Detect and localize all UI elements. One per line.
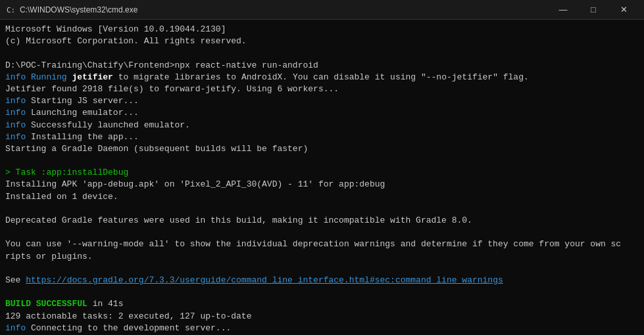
terminal-body[interactable]: Microsoft Windows [Version 10.0.19044.21…	[0, 20, 644, 335]
line-12	[5, 155, 639, 167]
line-13: > Task :app:installDebug	[5, 167, 639, 179]
line-2: (c) Microsoft Corporation. All rights re…	[5, 35, 639, 47]
cmd-window: C:\ C:\WINDOWS\system32\cmd.exe — □ ✕ Mi…	[0, 0, 644, 335]
close-button[interactable]: ✕	[608, 0, 639, 20]
title-bar: C:\ C:\WINDOWS\system32\cmd.exe — □ ✕	[0, 0, 644, 20]
line-25: 129 actionable tasks: 2 executed, 127 up…	[5, 311, 639, 323]
line-23	[5, 286, 639, 298]
line-7: info Starting JS server...	[5, 95, 639, 107]
line-1: Microsoft Windows [Version 10.0.19044.21…	[5, 24, 639, 35]
line-15: Installed on 1 device.	[5, 191, 639, 203]
window-controls: — □ ✕	[548, 0, 639, 20]
line-5: info Running jetifier to migrate librari…	[5, 72, 639, 83]
line-4: D:\POC-Training\Chatify\Frontend>npx rea…	[5, 60, 639, 72]
window-title: C:\WINDOWS\system32\cmd.exe	[20, 5, 137, 14]
line-26: info Connecting to the development serve…	[5, 323, 639, 334]
line-20: ripts or plugins.	[5, 251, 639, 263]
title-bar-left: C:\ C:\WINDOWS\system32\cmd.exe	[5, 5, 137, 15]
line-19: You can use '--warning-mode all' to show…	[5, 238, 639, 250]
line-21	[5, 263, 639, 275]
minimize-button[interactable]: —	[548, 0, 578, 20]
line-24: BUILD SUCCESSFUL in 41s	[5, 298, 639, 310]
cmd-icon: C:\	[5, 5, 16, 15]
line-9: info Successfully launched emulator.	[5, 120, 639, 131]
svg-text:C:\: C:\	[7, 6, 16, 14]
line-10: info Installing the app...	[5, 131, 639, 143]
line-3	[5, 47, 639, 59]
maximize-button[interactable]: □	[578, 0, 608, 20]
line-17: Deprecated Gradle features were used in …	[5, 215, 639, 227]
line-14: Installing APK 'app-debug.apk' on 'Pixel…	[5, 179, 639, 190]
line-11: Starting a Gradle Daemon (subsequent bui…	[5, 143, 639, 155]
line-16	[5, 203, 639, 215]
line-18	[5, 227, 639, 238]
line-6: Jetifier found 2918 file(s) to forward-j…	[5, 83, 639, 95]
line-22: See https://docs.gradle.org/7.3.3/usergu…	[5, 275, 639, 286]
line-8: info Launching emulator...	[5, 107, 639, 119]
